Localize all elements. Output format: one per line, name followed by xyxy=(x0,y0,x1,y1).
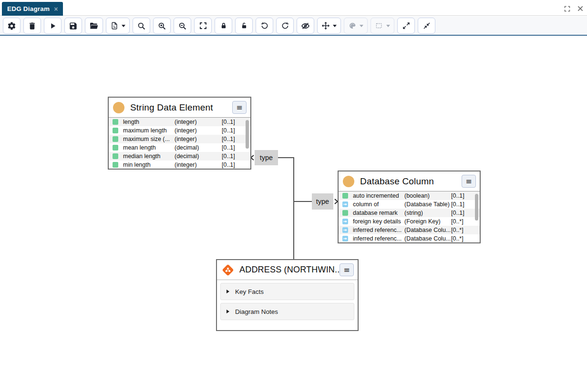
attribute-icon xyxy=(113,153,118,159)
property-row[interactable]: maximum size (... (integer) [0..1] xyxy=(109,135,250,143)
run-button[interactable] xyxy=(44,18,62,34)
dashed-square-icon xyxy=(375,21,383,30)
hide-button[interactable] xyxy=(297,18,314,34)
fit-screen-button[interactable] xyxy=(194,18,212,34)
edge-label-type[interactable]: type xyxy=(255,150,278,165)
relation-icon xyxy=(342,227,348,233)
attribute-icon xyxy=(113,145,118,151)
gear-icon xyxy=(7,21,16,30)
tab-strip: EDG Diagram × xyxy=(0,0,587,16)
delete-button[interactable] xyxy=(23,18,41,34)
move-icon xyxy=(321,21,330,30)
scrollbar-thumb[interactable] xyxy=(475,194,478,221)
collapse-button[interactable] xyxy=(418,18,435,34)
property-row[interactable]: min length (integer) [0..1] xyxy=(109,161,250,169)
property-row[interactable]: column of (Database Table) [0..1] xyxy=(339,200,480,209)
palette-button xyxy=(344,18,368,34)
relation-icon xyxy=(342,201,348,207)
edge-label-type[interactable]: type xyxy=(312,193,333,210)
tab-title: EDG Diagram xyxy=(7,5,50,12)
tab-close-icon[interactable]: × xyxy=(54,5,58,13)
scrollbar-thumb[interactable] xyxy=(246,120,249,149)
property-row[interactable]: inferred referenc... (Database Colu... [… xyxy=(339,226,480,234)
node-string-data-element[interactable]: String Data Element ≡ length (integer) [… xyxy=(108,97,251,170)
node-menu-button[interactable]: ≡ xyxy=(462,175,476,188)
shape-button xyxy=(371,18,394,34)
zoom-in-icon xyxy=(157,21,166,30)
undo-button[interactable] xyxy=(256,18,273,34)
eye-off-icon xyxy=(301,21,310,30)
property-row[interactable]: mean length (decimal) [0..1] xyxy=(109,143,250,152)
maximize-icon[interactable] xyxy=(564,5,571,12)
class-circle-icon xyxy=(343,176,354,187)
property-list: length (integer) [0..1] maximum length (… xyxy=(109,118,250,169)
node-title: String Data Element xyxy=(130,102,232,113)
expand-icon xyxy=(402,21,411,30)
property-row[interactable]: foreign key details (Foreign Key) [0..*] xyxy=(339,217,480,226)
redo-button[interactable] xyxy=(276,18,294,34)
node-title: Database Column xyxy=(360,176,462,187)
undo-icon xyxy=(260,21,269,30)
node-header: ADDRESS (NORTHWIN... ≡ xyxy=(217,260,358,280)
zoom-in-button[interactable] xyxy=(153,18,171,34)
node-menu-button[interactable]: ≡ xyxy=(232,101,247,114)
expander-triangle-icon xyxy=(227,290,229,293)
menu-icon: ≡ xyxy=(343,266,350,274)
attribute-icon xyxy=(113,119,118,125)
attribute-icon xyxy=(113,128,118,133)
fit-screen-icon xyxy=(199,21,207,30)
property-row[interactable]: length (integer) [0..1] xyxy=(109,118,250,126)
expand-button[interactable] xyxy=(397,18,415,34)
property-row[interactable]: database remark (string) [0..1] xyxy=(339,209,480,217)
edge-line xyxy=(294,201,312,202)
attribute-icon xyxy=(342,210,348,216)
instance-diamond-icon xyxy=(221,263,235,277)
move-button[interactable] xyxy=(317,18,341,34)
zoom-out-icon xyxy=(178,21,187,30)
folder-open-icon xyxy=(89,21,99,30)
chevron-down-icon xyxy=(386,25,390,27)
node-header: Database Column ≡ xyxy=(339,171,480,191)
tab-edg-diagram[interactable]: EDG Diagram × xyxy=(2,2,63,16)
save-button[interactable] xyxy=(64,18,82,34)
menu-icon: ≡ xyxy=(236,104,242,111)
node-menu-button[interactable]: ≡ xyxy=(340,263,354,276)
chevron-down-icon xyxy=(360,25,363,27)
property-row[interactable]: inferred referenc... (Database Colu... [… xyxy=(339,234,480,243)
search-button[interactable] xyxy=(133,18,150,34)
chevron-down-icon xyxy=(122,25,125,27)
unlock-icon xyxy=(240,21,248,30)
attribute-icon xyxy=(113,162,118,168)
export-button[interactable] xyxy=(106,18,130,34)
chevron-down-icon xyxy=(333,25,337,27)
trash-icon xyxy=(28,21,37,30)
file-export-icon xyxy=(110,21,119,30)
node-header: String Data Element ≡ xyxy=(109,98,250,118)
lock-button[interactable] xyxy=(215,18,232,34)
diagram-canvas[interactable]: type type String Data Element ≡ length (… xyxy=(0,36,587,392)
property-row[interactable]: maximum length (integer) [0..1] xyxy=(109,126,250,135)
edge-line xyxy=(293,157,294,259)
menu-icon: ≡ xyxy=(465,178,472,185)
node-address-northwind[interactable]: ADDRESS (NORTHWIN... ≡ Key Facts Diagram… xyxy=(216,259,359,331)
section-diagram-notes[interactable]: Diagram Notes xyxy=(220,303,354,320)
unlock-button[interactable] xyxy=(235,18,253,34)
close-icon[interactable] xyxy=(577,5,584,12)
collapse-icon xyxy=(422,21,431,30)
expander-triangle-icon xyxy=(227,310,229,313)
relation-icon xyxy=(342,219,348,224)
section-key-facts[interactable]: Key Facts xyxy=(220,283,354,300)
save-icon xyxy=(69,21,78,30)
lock-icon xyxy=(219,21,228,30)
palette-icon xyxy=(348,21,357,30)
property-row[interactable]: auto incremented (boolean) [0..1] xyxy=(339,191,480,200)
play-icon xyxy=(48,21,57,30)
open-button[interactable] xyxy=(85,18,103,34)
property-row[interactable]: median length (decimal) [0..1] xyxy=(109,152,250,161)
node-database-column[interactable]: Database Column ≡ auto incremented (bool… xyxy=(338,171,481,243)
zoom-out-button[interactable] xyxy=(174,18,191,34)
edge-line xyxy=(278,157,294,158)
attribute-icon xyxy=(113,136,118,142)
redo-icon xyxy=(281,21,289,30)
settings-button[interactable] xyxy=(3,18,21,34)
